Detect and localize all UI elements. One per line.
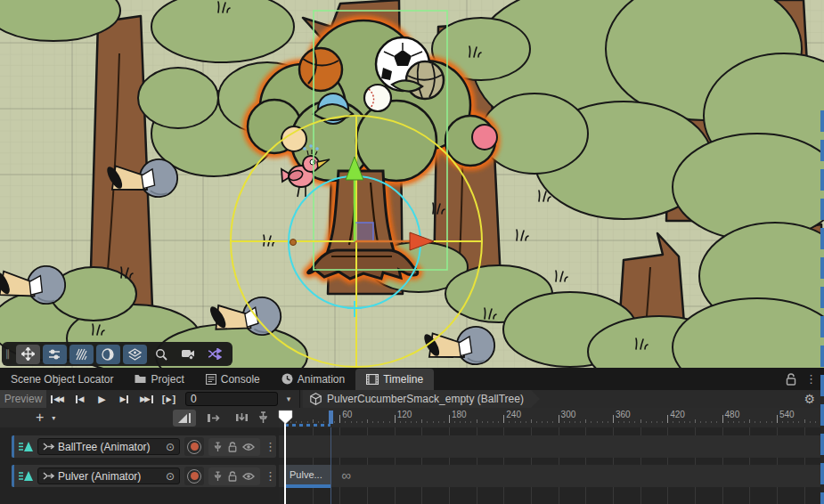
tab-scene-object-locator[interactable]: Scene Object Locator [0,368,124,390]
current-frame-input[interactable]: 0 [185,392,278,406]
track-name: BallTree (Animator) [58,441,151,453]
search-icon [155,348,167,361]
infinite-clip-icon: ∞ [341,467,351,483]
search-tool[interactable] [150,345,174,364]
animation-clip[interactable]: Pulve... [285,465,330,488]
layers-tool[interactable] [123,345,147,364]
scene-view[interactable] [0,0,824,368]
timeline-lanes[interactable]: Pulve... ∞ [279,427,820,504]
tab-console[interactable]: Console [195,368,271,390]
go-to-end-button[interactable]: ▶▶ [135,391,158,407]
timeline-ruler[interactable]: 60120180240300360420480540 [279,408,820,428]
pin-icon[interactable] [214,442,222,452]
eclipse-icon [102,348,114,361]
animation-track-icon [18,441,33,452]
volleyball[interactable] [406,61,444,99]
right-edge-scroll-strip[interactable] [820,110,824,504]
ruler-label: 420 [670,410,685,419]
baseball[interactable] [364,85,391,111]
animator-icon [43,471,54,481]
track-menu-icon[interactable]: ⋮ [265,469,276,483]
previous-frame-button[interactable]: ◀ [69,391,91,407]
object-picker-icon[interactable]: ⊙ [166,470,175,483]
ruler-label: 300 [561,410,576,419]
breadcrumb[interactable]: PulverCucumberSmack_empty (BallTree) [303,390,540,408]
breadcrumb-label: PulverCucumberSmack_empty (BallTree) [327,393,524,405]
skip-end-icon: ▶▶ [140,394,149,403]
camera-tool[interactable] [176,345,200,364]
eye-icon[interactable] [242,472,255,481]
hatch-icon [75,348,87,361]
eye-icon[interactable] [242,443,255,451]
tab-label: Animation [298,373,345,386]
timeline-track-toolbar: + ▾ [0,408,279,428]
tab-animation[interactable]: Animation [271,368,355,390]
ruler-label: 240 [506,410,521,419]
step-forward-icon: ▶ [120,394,126,403]
track-header-column: BallTree (Animator) ⊙ ⋮ [0,427,279,504]
track-name: Pulver (Animator) [58,470,141,483]
curves-view-toggle[interactable] [173,410,196,427]
object-picker-icon[interactable]: ⊙ [166,441,175,453]
edit-mode-replace-button[interactable] [230,410,253,427]
pink-ball[interactable] [472,125,497,150]
pin-icon[interactable] [258,411,268,424]
pin-icon[interactable] [214,471,222,482]
move-tool[interactable] [16,345,40,364]
track-header-balltree[interactable]: BallTree (Animator) ⊙ ⋮ [12,435,276,458]
skip-start-icon: ◀◀ [53,394,62,403]
unlock-icon[interactable] [228,471,237,482]
duration-marker-line [330,427,331,504]
record-button[interactable] [184,437,204,456]
record-button[interactable] [184,467,204,485]
tab-label: Scene Object Locator [11,373,113,386]
track-options-strip [208,467,260,485]
playhead-handle[interactable] [278,410,293,425]
clip-edge-right-icon [207,413,220,423]
tab-label: Console [221,373,260,386]
folder-icon [135,374,146,384]
clip-label: Pulve... [290,469,322,480]
eclipse-tool[interactable] [96,345,120,364]
camera-icon [181,348,195,360]
go-to-start-button[interactable]: ◀◀ [46,391,69,407]
timeline-options-dropdown[interactable]: ▾ [278,394,299,403]
hatch-tool[interactable] [69,345,94,364]
layers-icon [128,348,142,361]
play-button[interactable]: ▶ [91,391,113,407]
clip-insert-icon [235,412,249,423]
animator-binding-field[interactable]: Pulver (Animator) ⊙ [37,467,180,484]
preview-toggle-button[interactable]: Preview [0,390,46,408]
film-icon [366,374,379,385]
ruler-label: 360 [616,410,631,419]
ruler-label: 540 [779,410,795,419]
tab-label: Timeline [383,373,423,386]
sliders-tool[interactable] [43,345,67,364]
caret-down-icon: ▾ [52,414,55,422]
track-header-pulver[interactable]: Pulver (Animator) ⊙ ⋮ [12,465,276,487]
unlock-icon[interactable] [786,373,796,386]
edit-mode-mix-button[interactable] [201,410,224,427]
add-track-button[interactable]: + ▾ [36,411,55,425]
cream-ball[interactable] [281,126,306,151]
panel-menu-icon[interactable]: ⋮ [805,372,817,386]
shuffle-tool[interactable] [203,345,227,364]
tab-timeline[interactable]: Timeline [355,369,434,390]
track-menu-icon[interactable]: ⋮ [265,440,276,453]
ruler-label: 480 [725,410,740,419]
play-range-button[interactable]: [▶] [158,391,180,407]
basketball[interactable] [299,48,342,91]
timeline-settings-gear-icon[interactable]: ⚙ [804,390,815,408]
duration-marker[interactable] [329,411,333,424]
animator-binding-field[interactable]: BallTree (Animator) ⊙ [37,438,180,455]
tab-project[interactable]: Project [124,368,194,390]
animator-icon [43,442,54,451]
cube-icon [310,393,322,405]
animation-track-icon [18,470,33,482]
console-icon [206,374,216,385]
toolbar-drag-handle[interactable]: ∥ [5,348,12,360]
ruler-label: 180 [452,410,467,419]
range-play-icon: ▶ [166,395,171,403]
unlock-icon[interactable] [228,442,237,452]
next-frame-button[interactable]: ▶ [113,391,135,407]
